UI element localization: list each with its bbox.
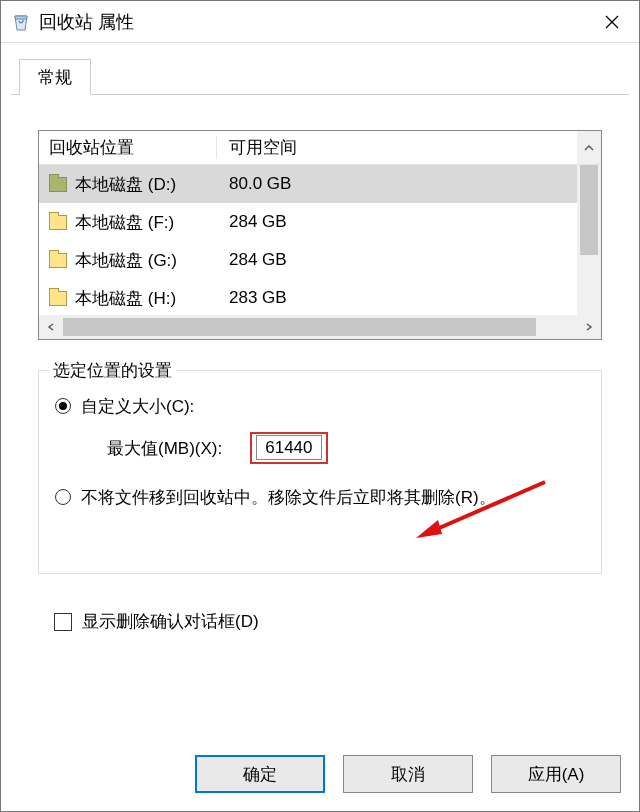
listview-header: 回收站位置 可用空间 xyxy=(39,131,601,165)
drive-name: 本地磁盘 (H:) xyxy=(75,287,176,310)
recycle-bin-icon xyxy=(11,12,31,32)
cancel-button-label: 取消 xyxy=(391,763,425,786)
folder-icon xyxy=(49,215,67,230)
apply-button[interactable]: 应用(A) xyxy=(491,755,621,793)
location-cell: 本地磁盘 (G:) xyxy=(39,249,217,272)
chevron-right-icon xyxy=(585,323,593,331)
header-space[interactable]: 可用空间 xyxy=(217,136,577,159)
max-size-label: 最大值(MB)(X): xyxy=(107,437,222,460)
radio-no-recycle[interactable] xyxy=(55,489,71,505)
header-location[interactable]: 回收站位置 xyxy=(39,136,217,159)
horizontal-scroll-thumb[interactable] xyxy=(63,318,536,336)
window-title: 回收站 属性 xyxy=(39,10,134,34)
groupbox-legend: 选定位置的设置 xyxy=(49,359,176,382)
location-listview[interactable]: 回收站位置 可用空间 本地磁盘 (D:)80.0 GB本地磁盘 (F:)284 … xyxy=(38,130,602,340)
horizontal-scrollbar[interactable] xyxy=(39,315,601,339)
radio-custom-size[interactable] xyxy=(55,398,71,414)
titlebar: 回收站 属性 xyxy=(1,1,639,43)
radio-no-recycle-row[interactable]: 不将文件移到回收站中。移除文件后立即将其删除(R)。 xyxy=(55,486,601,509)
folder-icon xyxy=(49,253,67,268)
location-cell: 本地磁盘 (F:) xyxy=(39,211,217,234)
vertical-scrollbar[interactable] xyxy=(577,165,601,315)
radio-no-recycle-label: 不将文件移到回收站中。移除文件后立即将其删除(R)。 xyxy=(81,486,496,509)
tab-baseline xyxy=(11,94,629,95)
dialog-footer: 确定 取消 应用(A) xyxy=(1,737,639,811)
chevron-left-icon xyxy=(47,323,55,331)
settings-groupbox: 选定位置的设置 自定义大小(C): 最大值(MB)(X): 61440 不将文件… xyxy=(38,370,602,574)
recycle-bin-properties-window: 回收站 属性 常规 回收站位置 可用空间 本地 xyxy=(0,0,640,812)
chevron-up-icon xyxy=(584,143,594,153)
listview-body: 本地磁盘 (D:)80.0 GB本地磁盘 (F:)284 GB本地磁盘 (G:)… xyxy=(39,165,601,315)
table-row[interactable]: 本地磁盘 (H:)283 GB xyxy=(39,279,601,315)
vertical-scroll-thumb[interactable] xyxy=(580,165,598,255)
max-size-row: 最大值(MB)(X): 61440 xyxy=(107,432,601,464)
radio-custom-size-row[interactable]: 自定义大小(C): xyxy=(55,395,601,418)
table-row[interactable]: 本地磁盘 (G:)284 GB xyxy=(39,241,601,279)
cancel-button[interactable]: 取消 xyxy=(343,755,473,793)
space-cell: 80.0 GB xyxy=(217,174,601,194)
location-cell: 本地磁盘 (H:) xyxy=(39,287,217,310)
drive-name: 本地磁盘 (G:) xyxy=(75,249,177,272)
tab-general[interactable]: 常规 xyxy=(19,59,91,95)
titlebar-left: 回收站 属性 xyxy=(11,10,134,34)
confirm-checkbox-row[interactable]: 显示删除确认对话框(D) xyxy=(54,610,259,633)
close-icon xyxy=(605,15,619,29)
location-cell: 本地磁盘 (D:) xyxy=(39,173,217,196)
apply-button-label: 应用(A) xyxy=(528,763,585,786)
table-row[interactable]: 本地磁盘 (D:)80.0 GB xyxy=(39,165,601,203)
drive-name: 本地磁盘 (D:) xyxy=(75,173,176,196)
ok-button-label: 确定 xyxy=(243,763,277,786)
table-row[interactable]: 本地磁盘 (F:)284 GB xyxy=(39,203,601,241)
max-size-input[interactable]: 61440 xyxy=(256,435,321,460)
scroll-right-button[interactable] xyxy=(577,320,601,334)
scroll-up-button[interactable] xyxy=(577,131,601,164)
scroll-left-button[interactable] xyxy=(39,320,63,334)
radio-custom-size-label: 自定义大小(C): xyxy=(81,395,194,418)
tab-general-label: 常规 xyxy=(38,68,72,87)
space-cell: 283 GB xyxy=(217,288,601,308)
space-cell: 284 GB xyxy=(217,212,601,232)
close-button[interactable] xyxy=(585,1,639,43)
drive-name: 本地磁盘 (F:) xyxy=(75,211,174,234)
confirm-checkbox[interactable] xyxy=(54,613,72,631)
ok-button[interactable]: 确定 xyxy=(195,755,325,793)
confirm-checkbox-label: 显示删除确认对话框(D) xyxy=(82,610,259,633)
space-cell: 284 GB xyxy=(217,250,601,270)
max-size-highlight: 61440 xyxy=(250,432,327,464)
folder-icon xyxy=(49,177,67,192)
hscroll-track xyxy=(63,315,577,339)
tab-strip: 常规 回收站位置 可用空间 本地磁盘 (D:)80.0 GB本地磁盘 (F:)2… xyxy=(1,59,639,99)
folder-icon xyxy=(49,291,67,306)
